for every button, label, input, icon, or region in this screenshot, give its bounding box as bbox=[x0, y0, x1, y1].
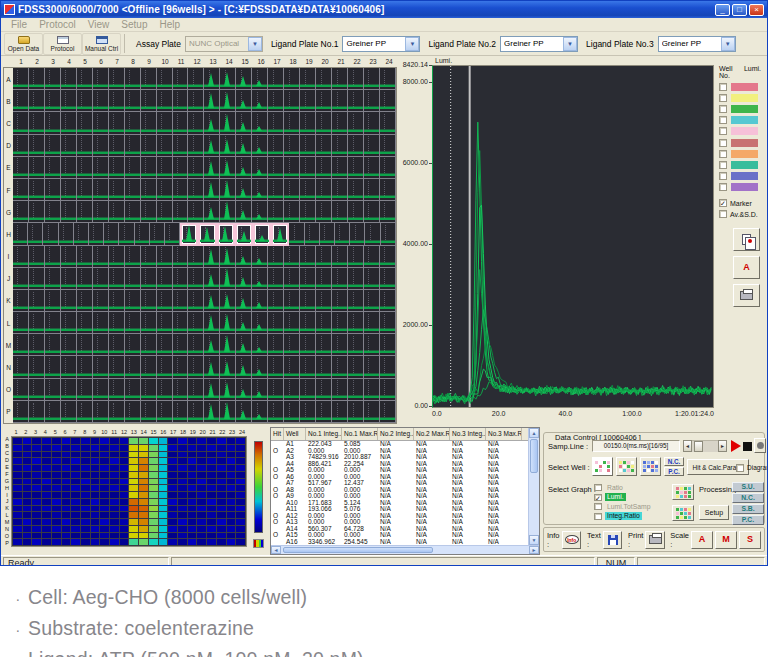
heatmap-cell-E7[interactable] bbox=[71, 465, 80, 471]
heatmap-cell-B15[interactable] bbox=[149, 445, 158, 451]
plate-well-P3[interactable] bbox=[45, 401, 61, 423]
heatmap-cell-D7[interactable] bbox=[71, 458, 80, 464]
plate-well-O16[interactable] bbox=[252, 379, 268, 401]
heatmap-cell-K6[interactable] bbox=[62, 506, 71, 512]
plate-well-L17[interactable] bbox=[268, 312, 284, 334]
heatmap-cell-O20[interactable] bbox=[197, 533, 206, 539]
plate-well-M19[interactable] bbox=[300, 334, 316, 356]
plate-well-I24[interactable] bbox=[380, 246, 396, 268]
heatmap-cell-N16[interactable] bbox=[159, 526, 168, 532]
plate-well-D8[interactable] bbox=[125, 135, 141, 157]
heatmap-cell-L11[interactable] bbox=[110, 512, 119, 518]
heatmap-cell-M2[interactable] bbox=[23, 519, 32, 525]
heatmap-cell-E22[interactable] bbox=[217, 465, 226, 471]
plate-well-N24[interactable] bbox=[380, 356, 396, 378]
plate-well-O9[interactable] bbox=[141, 379, 157, 401]
plate-well-E8[interactable] bbox=[125, 157, 141, 179]
vscroll-thumb[interactable] bbox=[530, 439, 538, 473]
plate-well-C7[interactable] bbox=[109, 112, 125, 134]
plate-well-N14[interactable] bbox=[220, 356, 236, 378]
plate-well-H10[interactable] bbox=[150, 223, 165, 245]
plate-well-H12[interactable] bbox=[180, 223, 198, 245]
well-trace-checkbox[interactable] bbox=[719, 150, 727, 158]
plate-well-K17[interactable] bbox=[268, 290, 284, 312]
graph-layout-button-2[interactable] bbox=[672, 505, 694, 521]
heatmap-cell-B19[interactable] bbox=[188, 445, 197, 451]
heatmap-cell-F4[interactable] bbox=[42, 472, 51, 478]
plate-well-N6[interactable] bbox=[93, 356, 109, 378]
table-vertical-scrollbar[interactable]: ▲ ▼ bbox=[528, 428, 539, 545]
print-button[interactable] bbox=[645, 531, 664, 549]
plate-well-K3[interactable] bbox=[45, 290, 61, 312]
plate-well-L6[interactable] bbox=[93, 312, 109, 334]
heatmap-cell-L3[interactable] bbox=[32, 512, 41, 518]
print-graph-button[interactable] bbox=[733, 284, 760, 307]
plate-well-H22[interactable] bbox=[350, 223, 365, 245]
plate-well-M15[interactable] bbox=[236, 334, 252, 356]
plate-well-M18[interactable] bbox=[284, 334, 300, 356]
heatmap-cell-A7[interactable] bbox=[71, 438, 80, 444]
plate-well-J2[interactable] bbox=[29, 268, 45, 290]
heatmap-cell-E9[interactable] bbox=[91, 465, 100, 471]
plate-well-O17[interactable] bbox=[268, 379, 284, 401]
plate-well-I5[interactable] bbox=[77, 246, 93, 268]
plate-well-E16[interactable] bbox=[252, 157, 268, 179]
plate-well-H19[interactable] bbox=[305, 223, 320, 245]
heatmap-cell-N22[interactable] bbox=[217, 526, 226, 532]
plate-well-C11[interactable] bbox=[173, 112, 189, 134]
plate-well-O8[interactable] bbox=[125, 379, 141, 401]
plate-well-M7[interactable] bbox=[109, 334, 125, 356]
heatmap-cell-G23[interactable] bbox=[227, 479, 236, 485]
plate-well-P4[interactable] bbox=[61, 401, 77, 423]
heatmap-cell-A22[interactable] bbox=[217, 438, 226, 444]
heatmap-cell-A2[interactable] bbox=[23, 438, 32, 444]
plate-well-E19[interactable] bbox=[300, 157, 316, 179]
plate-well-A6[interactable] bbox=[93, 68, 109, 90]
plate-well-H16[interactable] bbox=[253, 223, 271, 245]
heatmap-cell-K23[interactable] bbox=[227, 506, 236, 512]
plate-well-K4[interactable] bbox=[61, 290, 77, 312]
plate-well-G11[interactable] bbox=[173, 201, 189, 223]
plate-well-F16[interactable] bbox=[252, 179, 268, 201]
heatmap-cell-J8[interactable] bbox=[81, 499, 90, 505]
plate-well-G2[interactable] bbox=[29, 201, 45, 223]
heatmap-cell-I11[interactable] bbox=[110, 492, 119, 498]
plate-well-A17[interactable] bbox=[268, 68, 284, 90]
menu-protocol[interactable]: Protocol bbox=[33, 19, 82, 30]
plate-well-D13[interactable] bbox=[204, 135, 220, 157]
heatmap-cell-O9[interactable] bbox=[91, 533, 100, 539]
plate-well-L3[interactable] bbox=[45, 312, 61, 334]
heatmap-cell-M18[interactable] bbox=[178, 519, 187, 525]
heatmap-cell-K4[interactable] bbox=[42, 506, 51, 512]
plate-well-F9[interactable] bbox=[141, 179, 157, 201]
heatmap-cell-M12[interactable] bbox=[120, 519, 129, 525]
plate-well-G12[interactable] bbox=[188, 201, 204, 223]
plate-well-F21[interactable] bbox=[332, 179, 348, 201]
plate-well-H11[interactable] bbox=[165, 223, 180, 245]
plate-well-F6[interactable] bbox=[93, 179, 109, 201]
heatmap-cell-G19[interactable] bbox=[188, 479, 197, 485]
heatmap-cell-F18[interactable] bbox=[178, 472, 187, 478]
heatmap-cell-E2[interactable] bbox=[23, 465, 32, 471]
plate-well-J4[interactable] bbox=[61, 268, 77, 290]
plate-well-E13[interactable] bbox=[204, 157, 220, 179]
plate-well-C12[interactable] bbox=[188, 112, 204, 134]
plate-well-J5[interactable] bbox=[77, 268, 93, 290]
plate-well-M23[interactable] bbox=[364, 334, 380, 356]
heatmap-cell-E8[interactable] bbox=[81, 465, 90, 471]
plate-well-E4[interactable] bbox=[61, 157, 77, 179]
heatmap-cell-A21[interactable] bbox=[207, 438, 216, 444]
plate-well-B6[interactable] bbox=[93, 90, 109, 112]
play-button[interactable] bbox=[731, 440, 741, 452]
plate-well-K8[interactable] bbox=[125, 290, 141, 312]
plate-well-M20[interactable] bbox=[316, 334, 332, 356]
plate-well-M3[interactable] bbox=[45, 334, 61, 356]
heatmap-cell-E3[interactable] bbox=[32, 465, 41, 471]
well-trace-checkbox[interactable] bbox=[719, 94, 727, 102]
processing-nc-button[interactable]: N.C. bbox=[732, 493, 764, 503]
heatmap-cell-I13[interactable] bbox=[129, 492, 138, 498]
plate-well-L16[interactable] bbox=[252, 312, 268, 334]
heatmap-cell-D6[interactable] bbox=[62, 458, 71, 464]
heatmap-cell-I17[interactable] bbox=[168, 492, 177, 498]
heatmap-cell-F24[interactable] bbox=[236, 472, 245, 478]
